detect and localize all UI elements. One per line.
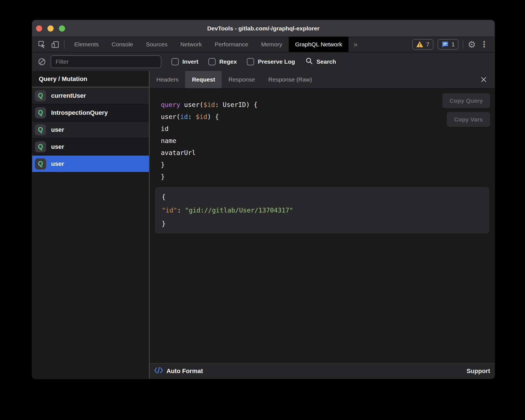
query-type-badge: Q	[35, 141, 46, 152]
inspect-element-icon[interactable]	[38, 40, 46, 49]
panel-tab-sources[interactable]: Sources	[140, 37, 174, 52]
checkbox-box[interactable]	[208, 58, 216, 65]
checkbox-label: Preserve Log	[258, 58, 295, 65]
panel-tab-memory[interactable]: Memory	[255, 37, 289, 52]
toolbar-divider	[463, 40, 463, 49]
checkbox-box[interactable]	[247, 58, 254, 65]
panel-tab-network[interactable]: Network	[174, 37, 208, 52]
settings-gear-icon[interactable]: ⚙	[467, 40, 476, 49]
devtools-panel-tabs: ElementsConsoleSourcesNetworkPerformance…	[68, 37, 349, 52]
support-link[interactable]: Support	[467, 367, 490, 375]
query-type-badge: Q	[35, 90, 46, 101]
copy-query-button[interactable]: Copy Query	[442, 93, 490, 108]
checkbox-regex[interactable]: Regex	[208, 58, 237, 65]
query-list-sidebar: Query / Mutation QcurrentUserQIntrospect…	[32, 71, 149, 379]
zoom-window-button[interactable]	[59, 25, 65, 32]
traffic-lights	[36, 20, 65, 37]
panel-tab-console[interactable]: Console	[105, 37, 140, 52]
window-title: DevTools - gitlab.com/-/graphql-explorer	[207, 25, 319, 32]
query-list-item-user-4[interactable]: Quser	[32, 156, 149, 173]
detail-tab-headers[interactable]: Headers	[150, 71, 185, 88]
query-list-item-user-3[interactable]: Quser	[32, 139, 149, 156]
title-bar: DevTools - gitlab.com/-/graphql-explorer	[32, 20, 495, 37]
minimize-window-button[interactable]	[47, 25, 54, 32]
issues-count: 1	[452, 41, 455, 48]
auto-format-button[interactable]: Auto Format	[154, 367, 203, 376]
search-control[interactable]: Search	[306, 57, 336, 66]
query-name-label: user	[51, 160, 64, 168]
customize-menu-icon[interactable]: ⋮	[480, 40, 488, 49]
checkbox-label: Invert	[182, 58, 198, 65]
query-list-item-user-2[interactable]: Quser	[32, 121, 149, 139]
warnings-badge[interactable]: 7	[412, 39, 433, 50]
query-name-label: user	[51, 143, 64, 151]
code-brackets-icon	[154, 367, 163, 376]
checkbox-invert[interactable]: Invert	[171, 58, 198, 65]
filter-input[interactable]	[51, 55, 161, 68]
query-type-badge: Q	[35, 158, 46, 170]
query-name-label: IntrospectionQuery	[51, 109, 108, 116]
clear-block-icon[interactable]	[38, 58, 46, 66]
checkbox-preserve-log[interactable]: Preserve Log	[247, 58, 295, 65]
detail-tab-response-raw[interactable]: Response (Raw)	[262, 71, 319, 88]
issues-badge[interactable]: 1	[438, 39, 459, 50]
panel-tab-performance[interactable]: Performance	[208, 37, 255, 52]
devtools-toolbar: ElementsConsoleSourcesNetworkPerformance…	[32, 37, 495, 52]
query-variables-box: { "id": "gid://gitlab/User/13704317"}	[155, 187, 489, 233]
more-tabs-button[interactable]: »	[349, 37, 362, 52]
query-list-item-introspectionquery-1[interactable]: QIntrospectionQuery	[32, 104, 149, 121]
message-icon	[442, 41, 449, 48]
detail-footer: Auto Format Support	[150, 363, 495, 379]
query-list-item-currentuser-0[interactable]: QcurrentUser	[32, 87, 149, 104]
warning-icon	[416, 41, 423, 48]
query-type-badge: Q	[35, 124, 46, 135]
panel-tab-graphql-network[interactable]: GraphQL Network	[289, 37, 349, 52]
network-filter-bar: InvertRegexPreserve Log Search	[32, 52, 495, 71]
sidebar-header: Query / Mutation	[32, 71, 149, 87]
query-type-badge: Q	[35, 107, 46, 118]
detail-tabs: HeadersRequestResponseResponse (Raw)	[150, 71, 495, 88]
warnings-count: 7	[426, 41, 429, 48]
search-label: Search	[316, 58, 336, 65]
copy-vars-button[interactable]: Copy Vars	[447, 112, 490, 127]
auto-format-label: Auto Format	[166, 367, 203, 375]
detail-tab-request[interactable]: Request	[185, 71, 222, 88]
close-window-button[interactable]	[36, 25, 42, 32]
request-tab-content: query user($id: UserID) { user(id: $id) …	[150, 88, 495, 363]
checkbox-box[interactable]	[171, 58, 179, 65]
query-name-label: user	[51, 126, 64, 133]
checkbox-label: Regex	[219, 58, 237, 65]
request-detail-pane: HeadersRequestResponseResponse (Raw) que…	[150, 71, 495, 379]
toolbar-divider	[64, 40, 65, 49]
device-toolbar-icon[interactable]	[51, 40, 59, 49]
query-name-label: currentUser	[51, 92, 86, 99]
panel-tab-elements[interactable]: Elements	[68, 37, 105, 52]
close-detail-icon[interactable]	[479, 75, 488, 84]
detail-tab-response[interactable]: Response	[222, 71, 262, 88]
search-icon	[306, 57, 313, 66]
devtools-window: DevTools - gitlab.com/-/graphql-explorer…	[32, 20, 495, 379]
